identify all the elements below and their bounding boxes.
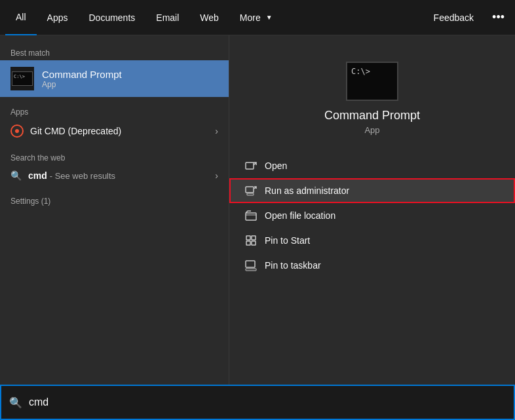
tab-email[interactable]: Email (145, 0, 189, 35)
web-chevron-icon: › (215, 170, 218, 181)
chevron-right-icon: › (215, 126, 218, 136)
feedback-button[interactable]: Feedback (426, 0, 482, 35)
search-input[interactable]: cmd (29, 396, 506, 408)
action-open-file-location[interactable]: Open file location (229, 203, 515, 228)
git-cmd-icon (10, 124, 24, 138)
best-match-subtitle: App (42, 80, 122, 89)
action-pin-to-start[interactable]: Pin to Start (229, 228, 515, 253)
web-search-item[interactable]: 🔍 cmd - See web results › (0, 165, 229, 186)
main-content: Best match Command Prompt App Apps (0, 35, 515, 420)
best-match-item[interactable]: Command Prompt App (0, 60, 229, 97)
action-run-as-admin-label: Run as administrator (265, 185, 349, 196)
apps-label: Apps (0, 102, 229, 119)
svg-rect-3 (246, 187, 254, 193)
run-as-admin-icon (245, 185, 257, 197)
open-file-location-icon (245, 210, 257, 221)
pin-to-taskbar-icon (245, 259, 257, 271)
top-navigation: All Apps Documents Email Web More ▼ Feed… (0, 0, 515, 35)
action-open-file-location-label: Open file location (265, 210, 335, 221)
open-icon (245, 160, 257, 172)
web-query-label: cmd - See web results (28, 170, 115, 181)
tab-documents[interactable]: Documents (78, 0, 145, 35)
action-open[interactable]: Open (229, 153, 515, 178)
svg-rect-6 (246, 236, 250, 240)
svg-rect-11 (246, 269, 256, 271)
svg-rect-4 (247, 193, 254, 195)
app-preview-icon (346, 62, 398, 101)
best-match-title: Command Prompt (42, 69, 122, 80)
action-list: Open Run as administrator (229, 153, 515, 278)
git-cmd-item[interactable]: Git CMD (Deprecated) › (0, 119, 229, 143)
action-run-as-admin[interactable]: Run as administrator (229, 178, 515, 203)
action-pin-to-taskbar[interactable]: Pin to taskbar (229, 253, 515, 278)
search-icon: 🔍 (10, 170, 22, 181)
nav-right-actions: Feedback ••• (426, 0, 510, 35)
search-bar: 🔍 cmd (0, 385, 515, 420)
pin-to-start-icon (245, 235, 257, 246)
svg-rect-2 (246, 162, 254, 169)
svg-point-1 (15, 129, 19, 133)
tab-all[interactable]: All (5, 0, 37, 35)
settings-label: Settings (1) (0, 191, 229, 208)
command-prompt-icon (10, 67, 34, 90)
web-label: Search the web (0, 148, 229, 165)
tab-more[interactable]: More ▼ (229, 0, 283, 35)
right-panel: Command Prompt App Open (229, 35, 515, 420)
svg-rect-7 (252, 236, 256, 240)
search-icon-bottom: 🔍 (9, 396, 22, 409)
app-preview: Command Prompt App (229, 48, 515, 145)
settings-section: Settings (1) (0, 189, 229, 211)
action-pin-to-taskbar-label: Pin to taskbar (265, 260, 321, 271)
tab-apps[interactable]: Apps (37, 0, 79, 35)
more-options-button[interactable]: ••• (487, 0, 510, 35)
svg-rect-5 (246, 213, 256, 220)
app-preview-subtitle: App (364, 125, 379, 135)
svg-rect-9 (252, 241, 256, 245)
app-preview-title: Command Prompt (324, 109, 420, 123)
svg-rect-8 (246, 241, 250, 245)
best-match-label: Best match (0, 43, 229, 60)
action-open-label: Open (265, 161, 287, 171)
tab-web[interactable]: Web (189, 0, 229, 35)
chevron-down-icon: ▼ (266, 14, 273, 21)
svg-rect-10 (246, 261, 255, 267)
action-pin-to-start-label: Pin to Start (265, 235, 310, 246)
apps-section: Apps Git CMD (Deprecated) › (0, 100, 229, 145)
git-cmd-label: Git CMD (Deprecated) (30, 126, 121, 136)
web-section: Search the web 🔍 cmd - See web results › (0, 145, 229, 189)
left-panel: Best match Command Prompt App Apps (0, 35, 229, 420)
best-match-text: Command Prompt App (42, 69, 122, 89)
